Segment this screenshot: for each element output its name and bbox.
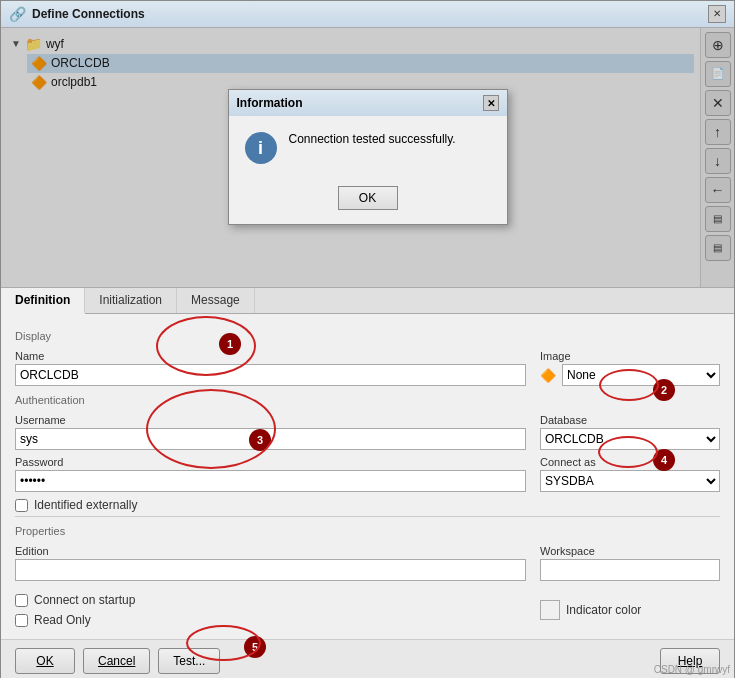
workspace-col: Workspace [540, 539, 720, 581]
main-window: 🔗 Define Connections ✕ ▼ 📁 wyf 🔶 ORCLCDB… [0, 0, 735, 678]
name-col: Name [15, 344, 526, 386]
properties-section: Properties Edition Workspace [15, 516, 720, 627]
button-row: OK Cancel Test... Help [1, 639, 734, 678]
modal-overlay: Information ✕ i Connection tested succes… [1, 28, 734, 287]
cancel-button[interactable]: Cancel [83, 648, 150, 674]
modal-close-button[interactable]: ✕ [483, 95, 499, 111]
image-db-icon: 🔶 [540, 368, 556, 383]
edition-input[interactable] [15, 559, 526, 581]
top-section: ▼ 📁 wyf 🔶 ORCLCDB 🔶 orclpdb1 ⊕ 📄 ✕ ↑ [1, 28, 734, 287]
database-label: Database [540, 414, 720, 426]
form-section: Display Name Image 🔶 None Auth [1, 314, 734, 635]
edition-col: Edition [15, 539, 526, 581]
connect-as-select[interactable]: SYSDBA [540, 470, 720, 492]
database-select[interactable]: ORCLCDB [540, 428, 720, 450]
tab-initialization[interactable]: Initialization [85, 288, 177, 313]
info-icon: i [245, 132, 277, 164]
read-only-checkbox[interactable] [15, 614, 28, 627]
identified-label: Identified externally [34, 498, 137, 512]
connect-as-label: Connect as [540, 456, 720, 468]
modal-footer: OK [229, 178, 507, 224]
username-input[interactable] [15, 428, 526, 450]
identified-checkbox[interactable] [15, 499, 28, 512]
image-select[interactable]: None [562, 364, 720, 386]
image-col: Image 🔶 None [540, 344, 720, 386]
modal-message: Connection tested successfully. [289, 130, 456, 148]
database-col: Database ORCLCDB Connect as SYSDBA [540, 408, 720, 512]
name-label: Name [15, 350, 526, 362]
auth-section-label: Authentication [15, 394, 720, 406]
credentials-col: Username Password Identified externally [15, 408, 526, 512]
modal-title-text: Information [237, 96, 303, 110]
workspace-label: Workspace [540, 545, 720, 557]
window-title: Define Connections [32, 7, 145, 21]
close-button[interactable]: ✕ [708, 5, 726, 23]
username-label: Username [15, 414, 526, 426]
name-input[interactable] [15, 364, 526, 386]
connect-startup-label: Connect on startup [34, 593, 135, 607]
checkboxes-row: Connect on startup Read Only Indicator c… [15, 587, 720, 627]
indicator-color-label: Indicator color [566, 603, 641, 617]
display-section-label: Display [15, 330, 720, 342]
modal-ok-button[interactable]: OK [338, 186, 398, 210]
workspace-input[interactable] [540, 559, 720, 581]
tab-message[interactable]: Message [177, 288, 255, 313]
password-input[interactable] [15, 470, 526, 492]
title-bar: 🔗 Define Connections ✕ [1, 1, 734, 28]
connect-startup-row: Connect on startup [15, 593, 526, 607]
tabs-bar: Definition Initialization Message [1, 288, 734, 314]
title-icon: 🔗 [9, 6, 26, 22]
left-buttons: OK Cancel Test... [15, 648, 220, 674]
read-only-row: Read Only [15, 613, 526, 627]
bottom-section: Definition Initialization Message Displa… [1, 287, 734, 677]
indicator-col: Indicator color [540, 593, 720, 627]
indicator-color-box[interactable] [540, 600, 560, 620]
watermark: CSDN @ gmrwyf [654, 664, 730, 675]
test-button[interactable]: Test... [158, 648, 220, 674]
check-col: Connect on startup Read Only [15, 587, 526, 627]
properties-row: Edition Workspace [15, 539, 720, 581]
info-modal: Information ✕ i Connection tested succes… [228, 89, 508, 225]
image-row: 🔶 None [540, 364, 720, 386]
modal-title-bar: Information ✕ [229, 90, 507, 116]
auth-row: Username Password Identified externally … [15, 408, 720, 512]
identified-row: Identified externally [15, 498, 526, 512]
display-row: Name Image 🔶 None [15, 344, 720, 386]
edition-label: Edition [15, 545, 526, 557]
image-label: Image [540, 350, 720, 362]
modal-body: i Connection tested successfully. [229, 116, 507, 178]
ok-button[interactable]: OK [15, 648, 75, 674]
read-only-label: Read Only [34, 613, 91, 627]
properties-section-label: Properties [15, 525, 720, 537]
connect-startup-checkbox[interactable] [15, 594, 28, 607]
tab-definition[interactable]: Definition [1, 288, 85, 314]
password-label: Password [15, 456, 526, 468]
